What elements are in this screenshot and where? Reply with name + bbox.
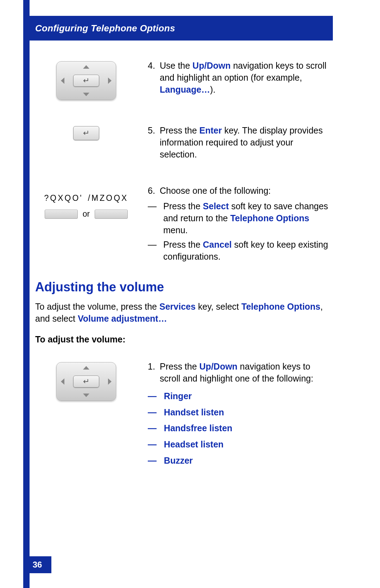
arrow-right-icon <box>108 378 112 385</box>
highlight-services: Services <box>159 302 196 311</box>
text-fragment: Press the <box>163 240 203 249</box>
softkey-right-label: /MZOQX <box>88 193 128 203</box>
arrow-right-icon <box>108 78 112 84</box>
step-5: ↵ 5.Press the Enter key. The display pro… <box>35 125 334 160</box>
enter-key-icon: ↵ <box>73 75 99 87</box>
enter-key-illustration: ↵ <box>35 125 137 160</box>
dash-icon: — <box>148 439 157 449</box>
dash-icon: — <box>148 423 157 433</box>
arrow-left-icon <box>61 78 64 84</box>
section-intro: To adjust the volume, press the Services… <box>35 301 334 325</box>
highlight-select: Select <box>203 201 229 211</box>
option-text: Press the Select soft key to save change… <box>163 200 334 236</box>
option-label: Handsfree listen <box>164 423 233 433</box>
highlight-updown: Up/Down <box>200 361 238 371</box>
softkey-left-icon <box>45 210 78 219</box>
enter-key-icon: ↵ <box>73 126 99 140</box>
highlight-volume-adjustment: Volume adjustment… <box>78 314 167 323</box>
step-body: Press the Enter key. The display provide… <box>160 125 332 160</box>
highlight-enter: Enter <box>200 125 222 135</box>
step-number: 6. <box>148 185 160 197</box>
header-title: Configuring Telephone Options <box>35 23 175 34</box>
text-fragment: To adjust the volume, press the <box>35 302 159 311</box>
volume-option-ringer: — Ringer <box>148 390 334 402</box>
left-stripe <box>23 0 30 588</box>
page-content: ↵ 4.Use the Up/Down navigation keys to s… <box>35 60 334 471</box>
highlight-language: Language… <box>160 85 210 94</box>
volume-options-list: — Ringer — Handset listen — Handsfree li… <box>148 390 334 467</box>
highlight-cancel: Cancel <box>203 240 232 249</box>
nav-pad-icon: ↵ <box>56 362 116 401</box>
highlight-updown: Up/Down <box>192 61 230 70</box>
page-number: 36 <box>23 556 51 573</box>
highlight-telephone-options: Telephone Options <box>241 302 321 311</box>
dash-icon: — <box>148 456 157 465</box>
step-body: Use the Up/Down navigation keys to scrol… <box>160 60 332 95</box>
arrow-down-icon <box>83 394 89 397</box>
nav-pad-icon: ↵ <box>56 61 116 100</box>
text-fragment: Press the <box>163 201 203 211</box>
text-fragment: Choose one of the following: <box>160 186 271 196</box>
option-label: Ringer <box>164 391 192 401</box>
softkeys-illustration: ?QXQO' /MZOQX or <box>35 185 137 266</box>
volume-option-buzzer: — Buzzer <box>148 455 334 467</box>
step-6-options: — Press the Select soft key to save chan… <box>148 200 334 263</box>
step-number: 4. <box>148 60 160 72</box>
arrow-up-icon <box>83 366 89 370</box>
step-6: ?QXQO' /MZOQX or 6.Choose one of the fol… <box>35 185 334 266</box>
volume-option-handset: — Handset listen <box>148 407 334 419</box>
option-label: Headset listen <box>164 439 224 449</box>
option-label: Handset listen <box>164 407 224 417</box>
step-6-option-b: — Press the Cancel soft key to keep exis… <box>148 239 334 263</box>
step-number: 5. <box>148 125 160 137</box>
dash-icon: — <box>148 239 158 263</box>
volume-step-1: ↵ 1.Press the Up/Down navigation keys to… <box>35 361 334 471</box>
text-fragment: key, select <box>196 302 241 311</box>
page-header: Configuring Telephone Options <box>23 16 333 41</box>
step-6-option-a: — Press the Select soft key to save chan… <box>148 200 334 236</box>
section-title: Adjusting the volume <box>35 280 334 295</box>
step-4: ↵ 4.Use the Up/Down navigation keys to s… <box>35 60 334 100</box>
or-text: or <box>83 209 90 219</box>
softkeys-group: ?QXQO' /MZOQX or <box>35 193 137 219</box>
arrow-down-icon <box>83 93 89 96</box>
text-fragment: Use the <box>160 61 192 70</box>
step-number: 1. <box>148 361 160 373</box>
softkey-right-icon <box>95 210 128 219</box>
enter-key-icon: ↵ <box>73 376 99 388</box>
step-body: Press the Up/Down navigation keys to scr… <box>160 361 332 385</box>
dash-icon: — <box>148 200 158 236</box>
text-fragment: ). <box>210 85 215 94</box>
step-6-text: 6.Choose one of the following: — Press t… <box>148 185 334 266</box>
sub-heading: To adjust the volume: <box>35 334 334 345</box>
option-text: Press the Cancel soft key to keep existi… <box>163 239 334 263</box>
nav-pad-illustration: ↵ <box>35 60 137 100</box>
dash-icon: — <box>148 407 157 417</box>
step-body: Choose one of the following: <box>160 185 332 197</box>
dash-icon: — <box>148 391 157 401</box>
option-label: Buzzer <box>164 456 193 465</box>
softkey-left-label: ?QXQO' <box>44 193 83 203</box>
step-4-text: 4.Use the Up/Down navigation keys to scr… <box>148 60 334 100</box>
volume-option-headset: — Headset listen <box>148 439 334 451</box>
volume-step-1-text: 1.Press the Up/Down navigation keys to s… <box>148 361 334 471</box>
arrow-up-icon <box>83 65 89 69</box>
nav-pad-illustration: ↵ <box>35 361 137 471</box>
volume-option-handsfree: — Handsfree listen <box>148 422 334 434</box>
arrow-left-icon <box>61 378 64 385</box>
text-fragment: Press the <box>160 125 200 135</box>
highlight-telephone-options: Telephone Options <box>230 213 309 223</box>
step-5-text: 5.Press the Enter key. The display provi… <box>148 125 334 160</box>
text-fragment: Press the <box>160 361 200 371</box>
text-fragment: menu. <box>163 225 188 235</box>
